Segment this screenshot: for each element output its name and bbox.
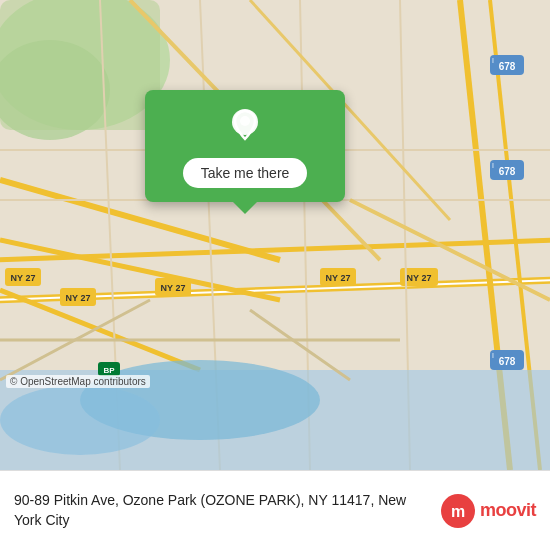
take-me-there-button[interactable]: Take me there <box>183 158 308 188</box>
svg-point-49 <box>240 116 250 126</box>
svg-text:I: I <box>492 57 494 64</box>
svg-text:NY 27: NY 27 <box>66 293 91 303</box>
svg-text:I: I <box>492 352 494 359</box>
svg-text:NY 27: NY 27 <box>161 283 186 293</box>
svg-text:678: 678 <box>499 166 516 177</box>
location-card: Take me there <box>145 90 345 202</box>
moovit-brand-name: moovit <box>480 500 536 521</box>
svg-text:I: I <box>492 162 494 169</box>
address-block: 90-89 Pitkin Ave, Ozone Park (OZONE PARK… <box>14 491 428 530</box>
map-container: 678 I 678 I 678 I NY 27 NY 27 NY 27 NY 2… <box>0 0 550 470</box>
moovit-brand-icon: m <box>440 493 476 529</box>
svg-text:BP: BP <box>103 366 115 375</box>
info-bar: 90-89 Pitkin Ave, Ozone Park (OZONE PARK… <box>0 470 550 550</box>
moovit-logo: m moovit <box>440 493 536 529</box>
location-pin-icon <box>226 108 264 146</box>
svg-text:678: 678 <box>499 61 516 72</box>
svg-rect-3 <box>0 0 160 130</box>
svg-text:NY 27: NY 27 <box>11 273 36 283</box>
svg-text:NY 27: NY 27 <box>407 273 432 283</box>
svg-text:m: m <box>451 503 465 520</box>
svg-text:678: 678 <box>499 356 516 367</box>
svg-point-42 <box>0 385 160 455</box>
osm-credit: © OpenStreetMap contributors <box>6 375 150 388</box>
svg-text:NY 27: NY 27 <box>326 273 351 283</box>
address-text: 90-89 Pitkin Ave, Ozone Park (OZONE PARK… <box>14 492 406 528</box>
